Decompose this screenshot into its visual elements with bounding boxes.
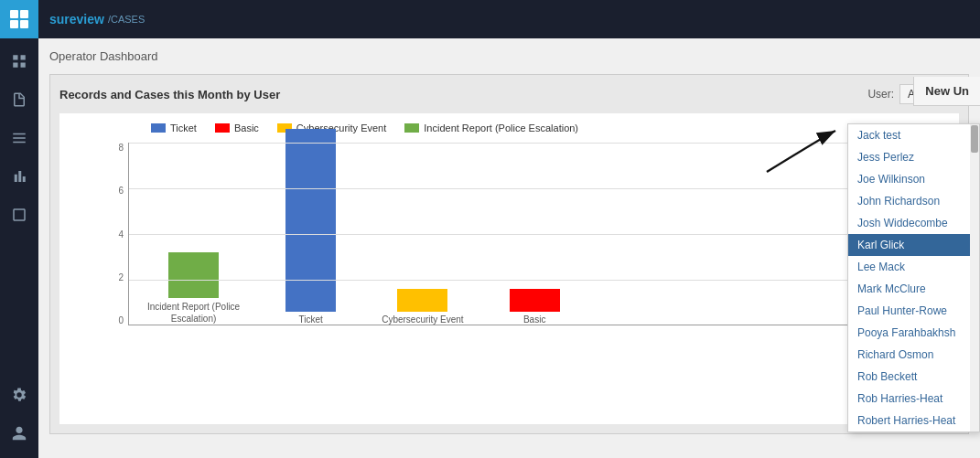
chart-body: Incident Report (PoliceEscalation) Ticke…	[128, 143, 941, 325]
app-logo[interactable]	[0, 0, 38, 38]
dropdown-item-11[interactable]: Rob Beckett	[848, 366, 979, 388]
logo-icon	[8, 8, 30, 30]
svg-rect-5	[21, 55, 26, 59]
legend-incident: Incident Report (Police Escalation)	[404, 122, 578, 133]
y-axis-4: 4	[96, 229, 124, 240]
brand-name: sureview	[49, 12, 104, 27]
y-axis-2: 2	[96, 272, 124, 282]
bar-group-incident: Incident Report (PoliceEscalation)	[147, 252, 240, 325]
dashboard-panel: Records and Cases this Month by User Use…	[49, 74, 969, 434]
topbar: sureview /CASES	[38, 0, 980, 38]
new-user-label: New Un	[925, 84, 969, 98]
dropdown-item-0[interactable]: Jack test	[848, 124, 979, 146]
sidebar	[0, 0, 38, 458]
bar-incident	[168, 252, 219, 298]
bar-label-ticket: Ticket	[299, 314, 323, 325]
bar-ticket	[285, 129, 336, 312]
y-axis-0: 0	[96, 315, 124, 325]
y-axis: 0 2 4 6 8	[96, 143, 124, 325]
sidebar-list-icon[interactable]	[2, 121, 37, 155]
dropdown-item-7[interactable]: Mark McClure	[848, 278, 979, 300]
dropdown-item-1[interactable]: Jess Perlez	[848, 146, 979, 168]
brand: sureview /CASES	[49, 12, 145, 27]
dropdown-item-12[interactable]: Rob Harries-Heat	[848, 388, 979, 410]
legend-ticket: Ticket	[151, 122, 197, 133]
main-content: sureview /CASES Operator Dashboard Recor…	[38, 0, 980, 458]
legend-label-incident: Incident Report (Police Escalation)	[424, 122, 578, 133]
chart-legend: Ticket Basic Cybersecurity Event Inciden…	[96, 122, 950, 133]
svg-rect-4	[13, 55, 17, 59]
svg-rect-6	[13, 63, 17, 68]
user-label: User:	[867, 88, 894, 101]
svg-rect-3	[20, 20, 28, 28]
dropdown-item-3[interactable]: John Richardson	[848, 190, 979, 212]
y-axis-8: 8	[96, 143, 124, 153]
bar-group-basic: Basic	[510, 289, 560, 325]
sidebar-document-icon[interactable]	[2, 82, 37, 117]
legend-label-basic: Basic	[234, 122, 259, 133]
brand-sub: /CASES	[108, 14, 145, 25]
page-content: Operator Dashboard Records and Cases thi…	[38, 38, 980, 458]
dropdown-item-2[interactable]: Joe Wilkinson	[848, 168, 979, 190]
dropdown-item-5[interactable]: Karl Glick	[848, 234, 979, 256]
dropdown-item-6[interactable]: Lee Mack	[848, 256, 979, 278]
sidebar-gear-icon[interactable]	[2, 378, 37, 412]
dropdown-scroll-thumb	[971, 125, 978, 153]
legend-color-incident	[404, 123, 419, 133]
svg-rect-0	[10, 10, 18, 18]
bar-group-cybersecurity: Cybersecurity Event	[382, 289, 463, 325]
dropdown-item-8[interactable]: Paul Hunter-Rowe	[848, 300, 979, 322]
chart-area: Ticket Basic Cybersecurity Event Inciden…	[59, 113, 959, 424]
bar-basic	[510, 289, 560, 312]
legend-color-ticket	[151, 123, 166, 133]
dropdown-item-13[interactable]: Robert Harries-Heat	[848, 410, 979, 431]
bar-cybersecurity	[397, 289, 447, 312]
panel-title: Records and Cases this Month by User	[59, 88, 280, 101]
bar-label-cybersecurity: Cybersecurity Event	[382, 314, 463, 325]
sidebar-chart-icon[interactable]	[2, 159, 37, 194]
bar-label-incident: Incident Report (PoliceEscalation)	[147, 301, 240, 325]
svg-rect-1	[20, 10, 28, 18]
bar-label-basic: Basic	[523, 314, 545, 325]
panel-header: Records and Cases this Month by User Use…	[59, 84, 959, 104]
new-user-section: New Un	[913, 77, 980, 106]
dropdown-items-container: Jack testJess PerlezJoe WilkinsonJohn Ri…	[848, 124, 979, 431]
legend-color-basic	[215, 123, 230, 133]
bar-group-ticket: Ticket	[285, 129, 336, 325]
dropdown-scrollbar[interactable]	[970, 124, 979, 431]
page-title: Operator Dashboard	[49, 46, 969, 67]
sidebar-grid-icon[interactable]	[2, 44, 37, 79]
legend-label-ticket: Ticket	[170, 122, 197, 133]
svg-rect-7	[21, 63, 26, 68]
legend-basic: Basic	[215, 122, 259, 133]
sidebar-person-icon[interactable]	[2, 416, 37, 451]
svg-rect-2	[10, 20, 18, 28]
dropdown-item-10[interactable]: Richard Osmon	[848, 344, 979, 366]
sidebar-box-icon[interactable]	[2, 197, 37, 232]
y-axis-6: 6	[96, 186, 124, 196]
dropdown-item-4[interactable]: Josh Widdecombe	[848, 212, 979, 234]
user-dropdown-list[interactable]: Jack testJess PerlezJoe WilkinsonJohn Ri…	[847, 123, 980, 432]
dropdown-item-9[interactable]: Pooya Farahbakhsh	[848, 322, 979, 344]
